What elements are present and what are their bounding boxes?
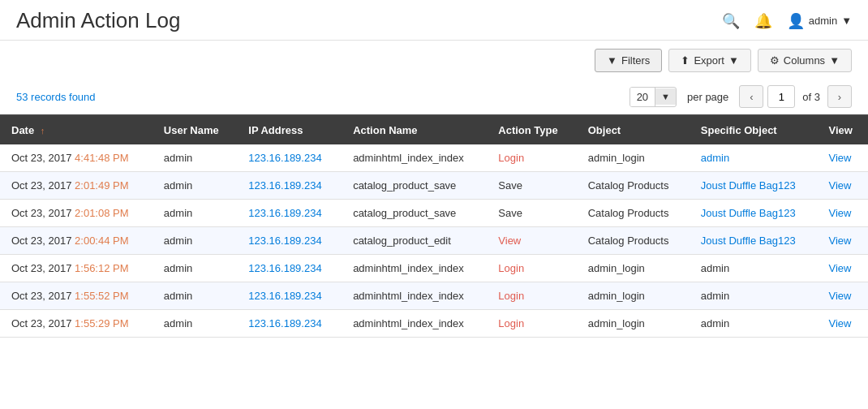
export-button[interactable]: ⬆ Export ▼ — [668, 49, 750, 72]
cell-ip-address[interactable]: 123.16.189.234 — [237, 310, 342, 338]
next-page-button[interactable]: › — [827, 85, 852, 108]
cell-specific-object: admin — [690, 255, 818, 282]
cell-time: 1:55:29 PM — [75, 317, 129, 329]
col-user-name: User Name — [153, 115, 237, 144]
col-action-type: Action Type — [487, 115, 576, 144]
cell-action-type: View — [487, 227, 576, 255]
cell-date: Oct 23, 2017 2:01:08 PM — [0, 200, 153, 227]
cell-specific-object: admin — [690, 310, 818, 338]
cell-view[interactable]: View — [817, 144, 868, 172]
cell-time: 4:41:48 PM — [75, 152, 129, 164]
records-bar: 53 records found 20 ▼ per page ‹ of 3 › — [0, 80, 868, 113]
col-specific-object-label: Specific Object — [701, 124, 777, 136]
cell-date: Oct 23, 2017 1:55:52 PM — [0, 282, 153, 310]
cell-action-type: Login — [487, 255, 576, 282]
cell-user-name: admin — [153, 200, 237, 227]
ip-link[interactable]: 123.16.189.234 — [248, 152, 321, 164]
cell-view[interactable]: View — [817, 172, 868, 200]
columns-icon: ⚙ — [770, 54, 780, 67]
col-action-name-label: Action Name — [353, 124, 417, 136]
search-icon[interactable]: 🔍 — [722, 12, 740, 30]
header-row: Date ↑ User Name IP Address Action Name … — [0, 115, 868, 144]
view-link[interactable]: View — [828, 262, 851, 274]
cell-date: Oct 23, 2017 2:01:49 PM — [0, 172, 153, 200]
view-link[interactable]: View — [828, 235, 851, 247]
export-dropdown-icon: ▼ — [728, 54, 739, 67]
cell-ip-address[interactable]: 123.16.189.234 — [237, 282, 342, 310]
cell-ip-address[interactable]: 123.16.189.234 — [237, 200, 342, 227]
cell-specific-object[interactable]: Joust Duffle Bag123 — [690, 172, 818, 200]
cell-action-type: Login — [487, 310, 576, 338]
of-pages-label: of 3 — [802, 91, 820, 103]
view-link[interactable]: View — [828, 152, 851, 164]
view-link[interactable]: View — [828, 207, 851, 219]
ip-link[interactable]: 123.16.189.234 — [248, 235, 321, 247]
columns-label: Columns — [784, 54, 825, 67]
cell-view[interactable]: View — [817, 227, 868, 255]
cell-view[interactable]: View — [817, 255, 868, 282]
ip-link[interactable]: 123.16.189.234 — [248, 317, 321, 329]
table-row: Oct 23, 2017 1:55:52 PMadmin123.16.189.2… — [0, 282, 868, 310]
cell-user-name: admin — [153, 144, 237, 172]
col-ip-address: IP Address — [237, 115, 342, 144]
per-page-dropdown[interactable]: ▼ — [655, 88, 676, 105]
admin-label: admin — [809, 15, 837, 27]
cell-ip-address[interactable]: 123.16.189.234 — [237, 255, 342, 282]
table-body: Oct 23, 2017 4:41:48 PMadmin123.16.189.2… — [0, 144, 868, 338]
col-date[interactable]: Date ↑ — [0, 115, 153, 144]
prev-page-button[interactable]: ‹ — [739, 85, 763, 108]
cell-ip-address[interactable]: 123.16.189.234 — [237, 227, 342, 255]
ip-link[interactable]: 123.16.189.234 — [248, 207, 321, 219]
cell-view[interactable]: View — [817, 200, 868, 227]
cell-object: Catalog Products — [577, 227, 690, 255]
cell-date: Oct 23, 2017 2:00:44 PM — [0, 227, 153, 255]
bell-icon[interactable]: 🔔 — [754, 12, 772, 30]
specific-object-link[interactable]: Joust Duffle Bag123 — [701, 179, 796, 192]
cell-action-type: Login — [487, 144, 576, 172]
cell-date: Oct 23, 2017 1:55:29 PM — [0, 310, 153, 338]
per-page-select[interactable]: 20 ▼ — [630, 87, 677, 107]
col-ip-address-label: IP Address — [248, 124, 303, 136]
cell-specific-object[interactable]: Joust Duffle Bag123 — [690, 227, 818, 255]
cell-view[interactable]: View — [817, 310, 868, 338]
cell-specific-object[interactable]: admin — [690, 144, 818, 172]
view-link[interactable]: View — [828, 179, 851, 192]
cell-action-type: Save — [487, 200, 576, 227]
specific-object-link[interactable]: Joust Duffle Bag123 — [701, 207, 796, 219]
table-row: Oct 23, 2017 2:01:08 PMadmin123.16.189.2… — [0, 200, 868, 227]
view-link[interactable]: View — [828, 290, 851, 302]
ip-link[interactable]: 123.16.189.234 — [248, 290, 321, 302]
filters-button[interactable]: ▼ Filters — [595, 49, 662, 72]
cell-date: Oct 23, 2017 4:41:48 PM — [0, 144, 153, 172]
ip-link[interactable]: 123.16.189.234 — [248, 262, 321, 274]
action-type-label: Login — [498, 317, 524, 329]
cell-object: admin_login — [577, 255, 690, 282]
per-page-number: 20 — [630, 88, 655, 106]
export-icon: ⬆ — [681, 54, 690, 67]
col-object-label: Object — [588, 124, 621, 136]
cell-object: Catalog Products — [577, 200, 690, 227]
cell-view[interactable]: View — [817, 282, 868, 310]
cell-ip-address[interactable]: 123.16.189.234 — [237, 172, 342, 200]
admin-menu[interactable]: 👤 admin ▼ — [787, 12, 852, 30]
columns-button[interactable]: ⚙ Columns ▼ — [758, 49, 852, 72]
specific-object-link[interactable]: Joust Duffle Bag123 — [701, 235, 796, 247]
specific-object-link[interactable]: admin — [701, 152, 729, 164]
cell-ip-address[interactable]: 123.16.189.234 — [237, 144, 342, 172]
cell-action-name: catalog_product_save — [342, 200, 487, 227]
filter-icon: ▼ — [607, 54, 617, 67]
cell-action-name: catalog_product_save — [342, 172, 487, 200]
records-count: 53 records found — [16, 91, 96, 103]
view-link[interactable]: View — [828, 317, 851, 329]
page-number-input[interactable] — [767, 85, 795, 108]
cell-user-name: admin — [153, 172, 237, 200]
ip-link[interactable]: 123.16.189.234 — [248, 179, 321, 192]
col-view-label: View — [828, 124, 852, 136]
cell-time: 1:55:52 PM — [75, 290, 129, 302]
action-type-label: Login — [498, 290, 524, 302]
cell-object: Catalog Products — [577, 172, 690, 200]
cell-specific-object[interactable]: Joust Duffle Bag123 — [690, 200, 818, 227]
cell-user-name: admin — [153, 255, 237, 282]
date-sort-icon: ↑ — [41, 126, 45, 136]
cell-object: admin_login — [577, 310, 690, 338]
